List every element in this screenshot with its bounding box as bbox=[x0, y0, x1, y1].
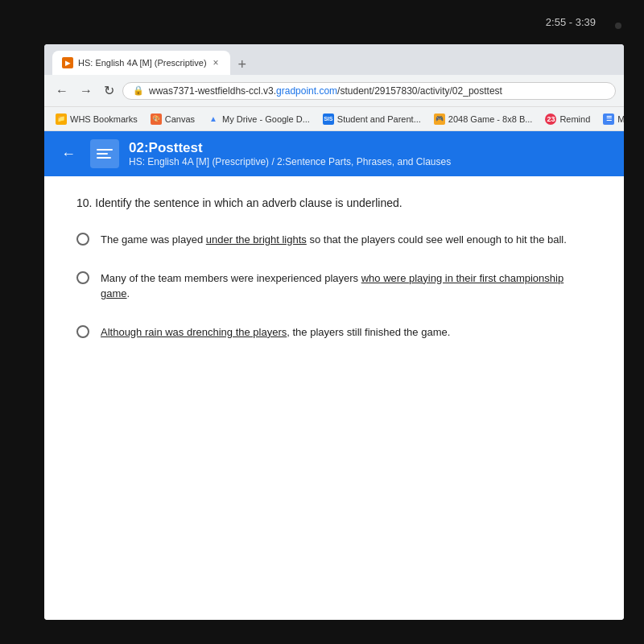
address-text: wwas7371-westfieldhs-ccl.v3.gradpoint.co… bbox=[149, 85, 502, 97]
bookmark-sis[interactable]: SIS Student and Parent... bbox=[320, 112, 424, 126]
bookmark-2048[interactable]: 🎮 2048 Game - 8x8 B... bbox=[431, 112, 536, 126]
bookmark-canvas[interactable]: 🎨 Canvas bbox=[147, 112, 198, 126]
answer-option-a: The game was played under the bright lig… bbox=[76, 232, 592, 248]
underlined-text-b: who were playing in their first champion… bbox=[101, 272, 564, 300]
navigation-bar: ← → ↻ 🔒 wwas7371-westfieldhs-ccl.v3.grad… bbox=[44, 75, 624, 107]
address-bar[interactable]: 🔒 wwas7371-westfieldhs-ccl.v3.gradpoint.… bbox=[122, 82, 616, 100]
sis-icon: SIS bbox=[323, 114, 334, 125]
radio-button-a[interactable] bbox=[76, 233, 89, 246]
reload-button[interactable]: ↻ bbox=[101, 81, 118, 100]
gp-title: 02:Posttest bbox=[129, 140, 612, 156]
bookmark-canvas-label: Canvas bbox=[165, 114, 195, 124]
back-button[interactable]: ← bbox=[52, 82, 72, 100]
bookmark-remind[interactable]: 23 Remind bbox=[542, 112, 593, 126]
bookmark-drive-label: My Drive - Google D... bbox=[222, 114, 310, 124]
bookmark-2048-label: 2048 Game - 8x8 B... bbox=[448, 114, 533, 124]
new-tab-button[interactable]: + bbox=[230, 56, 255, 73]
gp-subtitle: HS: English 4A [M] (Prescriptive) / 2:Se… bbox=[129, 156, 612, 167]
bookmark-personal-label: My Persona... bbox=[617, 114, 624, 124]
question-text: 10. Identify the sentence in which an ad… bbox=[76, 196, 592, 209]
bookmarks-bar: 📁 WHS Bookmarks 🎨 Canvas ▲ My Drive - Go… bbox=[44, 107, 624, 131]
game-icon: 🎮 bbox=[434, 114, 445, 125]
bookmark-whs[interactable]: 📁 WHS Bookmarks bbox=[52, 112, 141, 126]
bookmark-drive[interactable]: ▲ My Drive - Google D... bbox=[204, 112, 313, 126]
bookmark-remind-label: Remind bbox=[559, 114, 590, 124]
answer-text-a: The game was played under the bright lig… bbox=[101, 232, 567, 248]
answer-option-b: Many of the team members were inexperien… bbox=[76, 270, 592, 302]
personal-icon: ☰ bbox=[603, 114, 614, 125]
answer-text-c: Although rain was drenching the players,… bbox=[101, 324, 450, 341]
tab-label: HS: English 4A [M] (Prescriptive) bbox=[78, 58, 207, 68]
underlined-text-c: Although rain was drenching the players bbox=[101, 326, 287, 338]
answer-option-c: Although rain was drenching the players,… bbox=[76, 324, 592, 341]
url-rest: /student/29157830/activity/02_posttest bbox=[337, 85, 502, 97]
gp-icon-box bbox=[90, 139, 119, 168]
url-highlight: gradpoint.com bbox=[276, 85, 337, 97]
remind-icon: 23 bbox=[545, 114, 556, 125]
tab-bar: ▶ HS: English 4A [M] (Prescriptive) × + bbox=[44, 44, 624, 75]
camera-dot bbox=[615, 23, 621, 29]
question-body: Identify the sentence in which an adverb… bbox=[95, 196, 402, 209]
content-area: 10. Identify the sentence in which an ad… bbox=[44, 176, 624, 620]
bookmark-whs-label: WHS Bookmarks bbox=[70, 114, 138, 124]
bookmark-sis-label: Student and Parent... bbox=[337, 114, 421, 124]
bookmark-personal[interactable]: ☰ My Persona... bbox=[600, 112, 624, 126]
forward-button[interactable]: → bbox=[76, 82, 96, 100]
laptop-frame: 2:55 - 3:39 ▶ HS: English 4A [M] (Prescr… bbox=[0, 0, 644, 644]
secure-icon: 🔒 bbox=[133, 85, 144, 96]
tab-close-icon[interactable]: × bbox=[212, 57, 221, 68]
active-tab[interactable]: ▶ HS: English 4A [M] (Prescriptive) × bbox=[52, 51, 230, 75]
answer-text-b: Many of the team members were inexperien… bbox=[101, 270, 592, 302]
browser-window: ▶ HS: English 4A [M] (Prescriptive) × + … bbox=[44, 44, 624, 620]
gp-back-button[interactable]: ← bbox=[56, 144, 80, 164]
tab-favicon-icon: ▶ bbox=[62, 57, 73, 68]
canvas-icon: 🎨 bbox=[151, 114, 162, 125]
screen: ▶ HS: English 4A [M] (Prescriptive) × + … bbox=[44, 44, 624, 620]
gradpoint-header: ← 02:Posttest HS: English 4A [M] (Prescr… bbox=[44, 131, 624, 176]
radio-button-b[interactable] bbox=[76, 271, 89, 284]
question-number: 10. bbox=[76, 196, 92, 209]
underlined-text-a: under the bright lights bbox=[206, 233, 307, 246]
clock-display: 2:55 - 3:39 bbox=[546, 16, 596, 28]
folder-icon: 📁 bbox=[56, 114, 67, 125]
gp-title-block: 02:Posttest HS: English 4A [M] (Prescrip… bbox=[129, 140, 612, 167]
url-plain: wwas7371-westfieldhs-ccl.v3. bbox=[149, 85, 276, 97]
radio-button-c[interactable] bbox=[76, 325, 89, 338]
drive-icon: ▲ bbox=[208, 114, 219, 125]
quiz-icon bbox=[97, 149, 113, 159]
